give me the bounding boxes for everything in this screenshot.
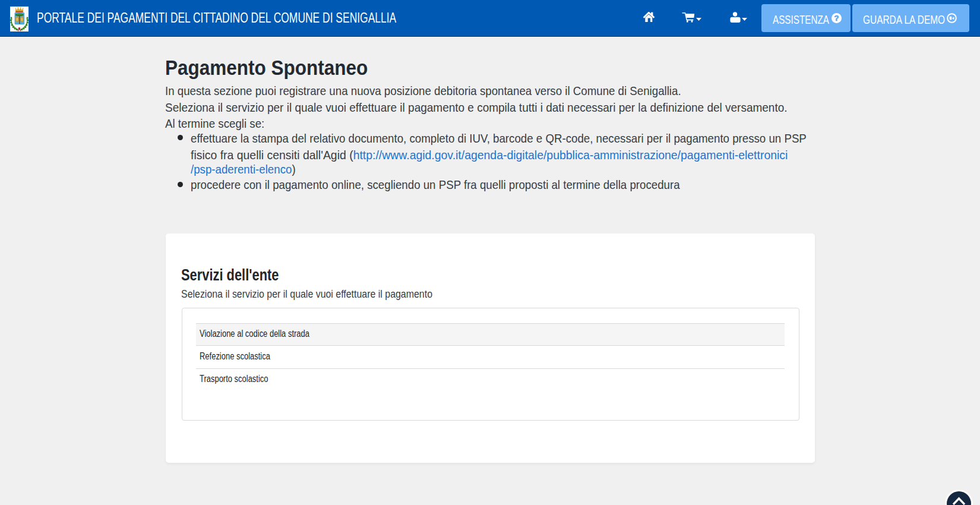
- svg-text:?: ?: [834, 14, 839, 23]
